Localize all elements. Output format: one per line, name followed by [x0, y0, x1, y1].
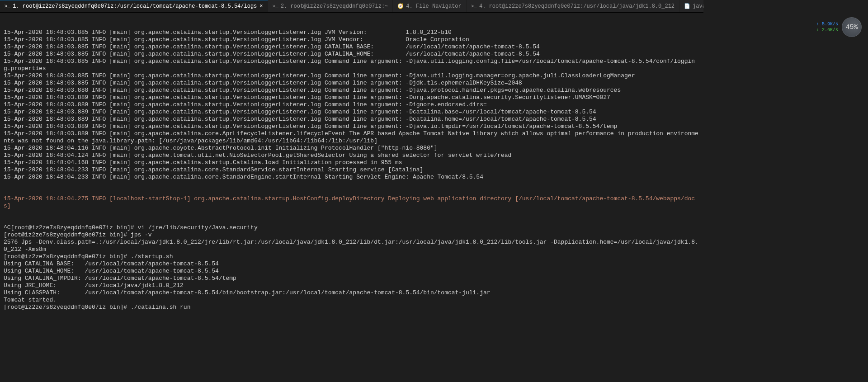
shell-line: [root@iz2ze7s8zyeqddnfq0e07iz bin]# ./st… [4, 253, 700, 260]
shell-line: [root@iz2ze7s8zyeqddnfq0e07iz bin]# ./ca… [4, 304, 700, 310]
tab-icon: >_ [273, 4, 278, 9]
shell-line: Using CATALINA_BASE: /usr/local/tomcat/a… [4, 260, 700, 268]
tab-label: 2. root@iz2ze7s8zyeqddnfq0e07iz:~ [281, 3, 388, 9]
log-line: 15-Apr-2020 18:48:03.889 INFO [main] org… [4, 94, 700, 101]
shell-line: Using CATALINA_HOME: /usr/local/tomcat/a… [4, 268, 700, 275]
log-line: 15-Apr-2020 18:48:03.889 INFO [main] org… [4, 123, 700, 130]
close-icon[interactable]: × [259, 3, 263, 9]
log-line: 15-Apr-2020 18:48:04.233 INFO [main] org… [4, 174, 700, 181]
log-line: 15-Apr-2020 18:48:03.885 INFO [main] org… [4, 43, 700, 51]
tab-label: java.security [693, 3, 703, 9]
log-line: 15-Apr-2020 18:48:03.889 INFO [main] org… [4, 108, 700, 116]
tab-icon: 📄 [684, 3, 690, 9]
tab-icon: >_ [471, 4, 477, 9]
tab-label: 1. root@iz2ze7s8zyeqddnfq0e07iz:/usr/loc… [13, 3, 257, 9]
log-line: 15-Apr-2020 18:48:03.889 INFO [main] org… [4, 101, 700, 108]
log-line: 15-Apr-2020 18:48:03.889 INFO [main] org… [4, 116, 700, 123]
log-line: 15-Apr-2020 18:48:03.885 INFO [main] org… [4, 51, 700, 58]
log-line: 15-Apr-2020 18:48:03.885 INFO [main] org… [4, 72, 700, 80]
tab-3[interactable]: >_4. root@iz2ze7s8zyeqddnfq0e07iz:/usr/l… [467, 0, 679, 12]
shell-line: 2576 Jps -Denv.class.path=.:/usr/local/j… [4, 239, 700, 253]
tab-icon: 🧭 [397, 3, 404, 9]
log-line: 15-Apr-2020 18:48:04.124 INFO [main] org… [4, 152, 700, 159]
shell-line: ^C[root@iz2ze7s8zyeqddnfq0e07iz bin]# vi… [4, 224, 700, 231]
shell-line: Using CATALINA_TMPDIR: /usr/local/tomcat… [4, 275, 700, 282]
tab-bar: >_1. root@iz2ze7s8zyeqddnfq0e07iz:/usr/l… [0, 0, 703, 13]
tab-icon: >_ [5, 4, 10, 9]
tab-1[interactable]: >_2. root@iz2ze7s8zyeqddnfq0e07iz:~ [268, 0, 393, 12]
tab-label: 4. root@iz2ze7s8zyeqddnfq0e07iz:/usr/loc… [479, 3, 675, 9]
log-line: 15-Apr-2020 18:48:03.889 INFO [main] org… [4, 130, 700, 145]
shell-line: [root@iz2ze7s8zyeqddnfq0e07iz bin]# jps … [4, 231, 700, 239]
tab-4[interactable]: 📄java.security [679, 0, 703, 12]
tab-label: 4. File Navigator [406, 3, 461, 9]
log-line: 15-Apr-2020 18:48:03.885 INFO [main] org… [4, 36, 700, 43]
log-line: 15-Apr-2020 18:48:04.233 INFO [main] org… [4, 166, 700, 174]
log-line: 15-Apr-2020 18:48:04.116 INFO [main] org… [4, 145, 700, 152]
shell-line: Tomcat started. [4, 297, 700, 304]
log-line: 15-Apr-2020 18:48:03.888 INFO [main] org… [4, 87, 700, 94]
shell-line: Using JRE_HOME: /usr/local/java/jdk1.8.0… [4, 282, 700, 289]
log-line-highlight: 15-Apr-2020 18:48:04.275 INFO [localhost… [4, 195, 700, 210]
tab-0[interactable]: >_1. root@iz2ze7s8zyeqddnfq0e07iz:/usr/l… [0, 0, 268, 12]
log-line: 15-Apr-2020 18:48:03.885 INFO [main] org… [4, 58, 700, 72]
tab-2[interactable]: 🧭4. File Navigator [393, 0, 466, 12]
log-line: 15-Apr-2020 18:48:04.168 INFO [main] org… [4, 159, 700, 166]
log-line: 15-Apr-2020 18:48:03.885 INFO [main] org… [4, 80, 700, 87]
log-line: 15-Apr-2020 18:48:03.885 INFO [main] org… [4, 29, 700, 36]
shell-line: Using CLASSPATH: /usr/local/tomcat/apach… [4, 289, 700, 297]
terminal-output[interactable]: 15-Apr-2020 18:48:03.885 INFO [main] org… [0, 13, 703, 310]
